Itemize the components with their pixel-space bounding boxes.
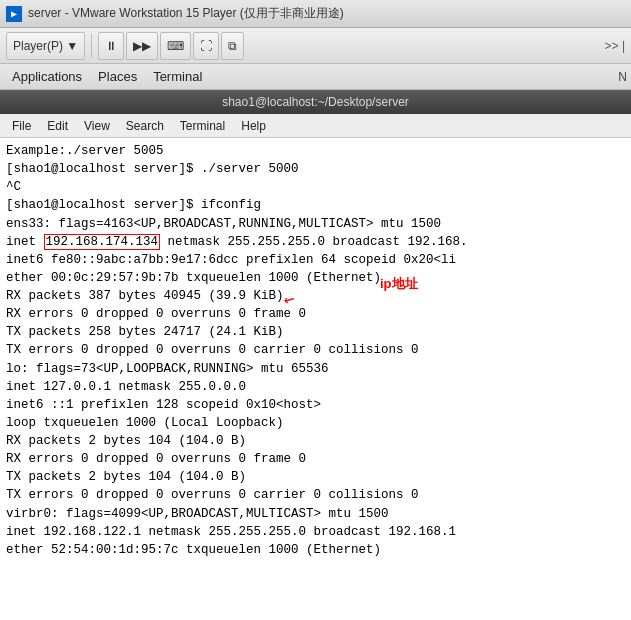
terminal-line: TX packets 258 bytes 24717 (24.1 KiB)	[6, 323, 625, 341]
appbar-places-label: Places	[98, 69, 137, 84]
vmware-titlebar: ▶ server - VMware Workstation 15 Player …	[0, 0, 631, 28]
fullscreen-button[interactable]: ⛶	[193, 32, 219, 60]
fastforward-button[interactable]: ▶▶	[126, 32, 158, 60]
terminal-line: RX errors 0 dropped 0 overruns 0 frame 0	[6, 305, 625, 323]
appbar-right-label: N	[618, 70, 627, 84]
terminal-menu-help-label: Help	[241, 119, 266, 133]
ip-address-highlight: 192.168.174.134	[44, 234, 161, 250]
terminal-menu-view-label: View	[84, 119, 110, 133]
terminal-line: RX packets 2 bytes 104 (104.0 B)	[6, 432, 625, 450]
terminal-line: inet 127.0.0.1 netmask 255.0.0.0	[6, 378, 625, 396]
terminal-line: ens33: flags=4163<UP,BROADCAST,RUNNING,M…	[6, 215, 625, 233]
terminal-line: TX errors 0 dropped 0 overruns 0 carrier…	[6, 341, 625, 359]
pause-button[interactable]: ⏸	[98, 32, 124, 60]
terminal-line: inet6 ::1 prefixlen 128 scopeid 0x10<hos…	[6, 396, 625, 414]
terminal-menu-file[interactable]: File	[4, 117, 39, 135]
terminal-menu-edit[interactable]: Edit	[39, 117, 76, 135]
terminal-menu-edit-label: Edit	[47, 119, 68, 133]
ctrlaltdel-icon: ⌨	[167, 39, 184, 53]
terminal-title-text: shao1@localhost:~/Desktop/server	[222, 95, 409, 109]
terminal-line: Example:./server 5005	[6, 142, 625, 160]
terminal-content-wrapper[interactable]: Example:./server 5005[shao1@localhost se…	[0, 138, 631, 620]
toolbar-right: >> |	[605, 39, 625, 53]
terminal-line: inet6 fe80::9abc:a7bb:9e17:6dcc prefixle…	[6, 251, 625, 269]
player-menu-button[interactable]: Player(P) ▼	[6, 32, 85, 60]
terminal-menu-file-label: File	[12, 119, 31, 133]
gnome-appbar: Applications Places Terminal N	[0, 64, 631, 90]
toolbar-separator	[91, 34, 92, 58]
vmware-toolbar: Player(P) ▼ ⏸ ▶▶ ⌨ ⛶ ⧉ >> |	[0, 28, 631, 64]
terminal-menu-help[interactable]: Help	[233, 117, 274, 135]
fastforward-icon: ▶▶	[133, 39, 151, 53]
terminal-line: lo: flags=73<UP,LOOPBACK,RUNNING> mtu 65…	[6, 360, 625, 378]
ctrlaltdel-button[interactable]: ⌨	[160, 32, 191, 60]
appbar-terminal[interactable]: Terminal	[145, 67, 210, 86]
terminal-line: [shao1@localhost server]$ ./server 5000	[6, 160, 625, 178]
terminal-content[interactable]: Example:./server 5005[shao1@localhost se…	[0, 138, 631, 620]
terminal-line: [shao1@localhost server]$ ifconfig	[6, 196, 625, 214]
window-title: server - VMware Workstation 15 Player (仅…	[28, 5, 344, 22]
terminal-window: shao1@localhost:~/Desktop/server File Ed…	[0, 90, 631, 620]
pause-icon: ⏸	[105, 39, 117, 53]
terminal-menu-terminal[interactable]: Terminal	[172, 117, 233, 135]
terminal-line: inet 192.168.122.1 netmask 255.255.255.0…	[6, 523, 625, 541]
terminal-line: ^C	[6, 178, 625, 196]
terminal-menu-view[interactable]: View	[76, 117, 118, 135]
vmware-icon: ▶	[6, 6, 22, 22]
terminal-line: virbr0: flags=4099<UP,BROADCAST,MULTICAS…	[6, 505, 625, 523]
player-label: Player(P) ▼	[13, 39, 78, 53]
appbar-applications[interactable]: Applications	[4, 67, 90, 86]
terminal-line: loop txqueuelen 1000 (Local Loopback)	[6, 414, 625, 432]
appbar-terminal-label: Terminal	[153, 69, 202, 84]
fullscreen-icon: ⛶	[200, 39, 212, 53]
appbar-applications-label: Applications	[12, 69, 82, 84]
terminal-titlebar: shao1@localhost:~/Desktop/server	[0, 90, 631, 114]
terminal-line: RX packets 387 bytes 40945 (39.9 KiB)	[6, 287, 625, 305]
terminal-menu-terminal-label: Terminal	[180, 119, 225, 133]
terminal-line: ether 52:54:00:1d:95:7c txqueuelen 1000 …	[6, 541, 625, 559]
terminal-menu-search-label: Search	[126, 119, 164, 133]
appbar-places[interactable]: Places	[90, 67, 145, 86]
terminal-line: inet 192.168.174.134 netmask 255.255.255…	[6, 233, 625, 251]
terminal-menubar: File Edit View Search Terminal Help	[0, 114, 631, 138]
terminal-line: TX errors 0 dropped 0 overruns 0 carrier…	[6, 486, 625, 504]
terminal-line: ether 00:0c:29:57:9b:7b txqueuelen 1000 …	[6, 269, 625, 287]
unity-button[interactable]: ⧉	[221, 32, 244, 60]
unity-icon: ⧉	[228, 39, 237, 53]
terminal-line: TX packets 2 bytes 104 (104.0 B)	[6, 468, 625, 486]
terminal-line: RX errors 0 dropped 0 overruns 0 frame 0	[6, 450, 625, 468]
terminal-menu-search[interactable]: Search	[118, 117, 172, 135]
